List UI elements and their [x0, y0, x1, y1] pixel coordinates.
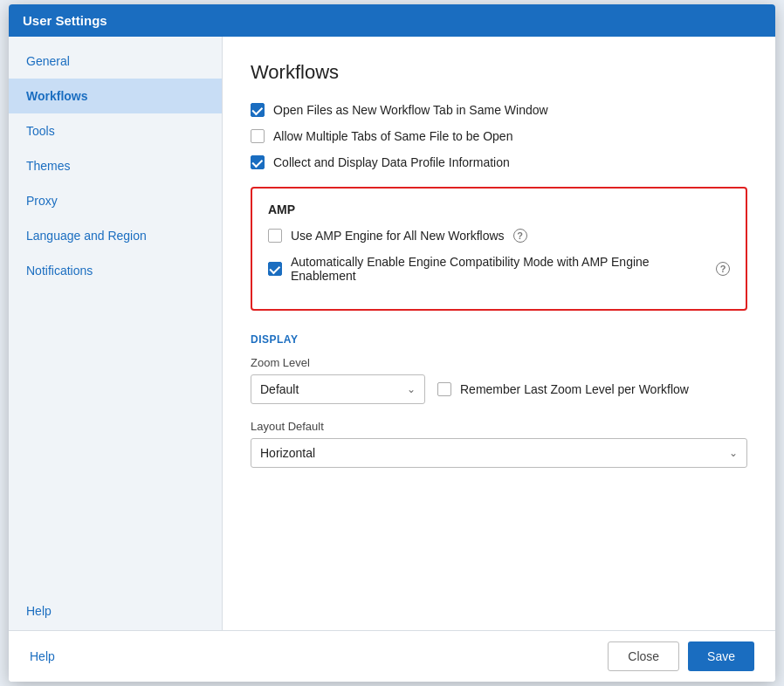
main-content: Workflows Open Files as New Workflow Tab… [223, 37, 775, 630]
user-settings-dialog: User Settings General Workflows Tools Th… [9, 4, 775, 682]
checkbox-collect-data-row: Collect and Display Data Profile Informa… [251, 155, 747, 169]
checkbox-open-files[interactable] [251, 103, 265, 117]
sidebar: General Workflows Tools Themes Proxy Lan… [9, 37, 223, 630]
dialog-title: User Settings [23, 13, 107, 28]
display-title: DISPLAY [251, 333, 747, 346]
zoom-level-value: Default [260, 382, 299, 396]
sidebar-item-proxy[interactable]: Proxy [9, 183, 222, 218]
footer-buttons: Close Save [608, 641, 754, 671]
page-title: Workflows [251, 61, 747, 84]
checkbox-use-amp-label: Use AMP Engine for All New Workflows [291, 229, 505, 243]
display-section: DISPLAY Zoom Level Default ⌄ Remember La… [251, 333, 747, 484]
checkbox-auto-enable-label: Automatically Enable Engine Compatibilit… [291, 255, 707, 283]
checkbox-allow-multiple-label: Allow Multiple Tabs of Same File to be O… [273, 129, 512, 143]
zoom-level-label: Zoom Level [251, 356, 747, 369]
checkbox-collect-data[interactable] [251, 155, 265, 169]
checkbox-allow-multiple-row: Allow Multiple Tabs of Same File to be O… [251, 129, 747, 143]
remember-zoom-label: Remember Last Zoom Level per Workflow [460, 382, 689, 396]
checkbox-use-amp[interactable] [268, 229, 282, 243]
dialog-header: User Settings [9, 4, 775, 37]
checkbox-open-files-label: Open Files as New Workflow Tab in Same W… [273, 103, 548, 117]
amp-section: AMP Use AMP Engine for All New Workflows… [251, 187, 747, 311]
dialog-body: General Workflows Tools Themes Proxy Lan… [9, 37, 775, 630]
layout-default-value: Horizontal [260, 446, 315, 460]
close-button[interactable]: Close [608, 641, 679, 671]
sidebar-item-workflows[interactable]: Workflows [9, 79, 222, 113]
footer-help-link[interactable]: Help [30, 649, 55, 663]
zoom-level-chevron: ⌄ [407, 383, 416, 395]
checkbox-open-files-row: Open Files as New Workflow Tab in Same W… [251, 103, 747, 117]
save-button[interactable]: Save [688, 641, 754, 671]
amp-use-engine-row: Use AMP Engine for All New Workflows ? [268, 229, 730, 243]
amp-title: AMP [268, 202, 730, 216]
zoom-level-select[interactable]: Default ⌄ [251, 374, 425, 404]
checkbox-remember-zoom[interactable] [437, 382, 451, 396]
sidebar-item-general[interactable]: General [9, 44, 222, 79]
layout-default-chevron: ⌄ [729, 447, 738, 459]
sidebar-item-tools[interactable]: Tools [9, 113, 222, 148]
use-amp-help-icon[interactable]: ? [513, 229, 527, 243]
auto-enable-help-icon[interactable]: ? [716, 262, 730, 276]
amp-auto-enable-row: Automatically Enable Engine Compatibilit… [268, 255, 730, 283]
checkbox-allow-multiple[interactable] [251, 129, 265, 143]
remember-zoom-row: Remember Last Zoom Level per Workflow [437, 382, 689, 396]
sidebar-help-link[interactable]: Help [9, 592, 222, 630]
dialog-footer: Help Close Save [9, 630, 775, 682]
sidebar-item-notifications[interactable]: Notifications [9, 253, 222, 288]
checkbox-auto-enable[interactable] [268, 262, 282, 276]
checkbox-collect-data-label: Collect and Display Data Profile Informa… [273, 155, 510, 169]
layout-default-row: Horizontal ⌄ [251, 438, 747, 468]
layout-default-label: Layout Default [251, 420, 747, 433]
sidebar-item-themes[interactable]: Themes [9, 148, 222, 183]
sidebar-item-language-region[interactable]: Language and Region [9, 218, 222, 253]
layout-default-select[interactable]: Horizontal ⌄ [251, 438, 747, 468]
zoom-level-row: Default ⌄ Remember Last Zoom Level per W… [251, 374, 747, 404]
